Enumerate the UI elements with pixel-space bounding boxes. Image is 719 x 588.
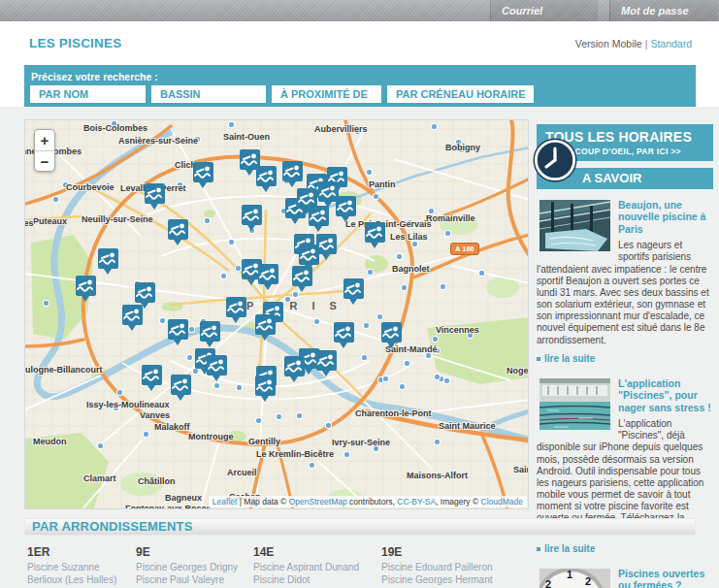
- transit-dot: [377, 314, 382, 319]
- map-place-label: Bois-Colombes: [83, 123, 147, 133]
- map-place-label: Fontenay-aux-Roses: [125, 504, 212, 509]
- transit-dot: [160, 318, 165, 323]
- pool-marker[interactable]: [365, 222, 385, 243]
- search-filter-par-cr-neau-horaire[interactable]: PAR CRÉNEAU HORAIRE: [387, 85, 534, 103]
- map-place-label: Malakoff: [154, 422, 190, 432]
- pool-marker[interactable]: [255, 314, 276, 335]
- pool-marker[interactable]: [200, 321, 220, 342]
- map-place-label: Asnières-sur-Seine: [118, 136, 198, 146]
- version-mobile-label: Version Mobile: [575, 38, 642, 49]
- attribution-link-cloudmade[interactable]: CloudMade: [481, 497, 523, 506]
- transit-dot: [364, 323, 369, 328]
- transit-dot: [444, 378, 449, 383]
- pool-marker[interactable]: [207, 355, 227, 376]
- pool-marker[interactable]: [76, 276, 96, 296]
- pool-marker[interactable]: [258, 264, 278, 284]
- map-attribution: Leaflet | Map data © OpenStreetMap contr…: [209, 496, 527, 507]
- pool-marker[interactable]: [334, 322, 354, 343]
- pool-link-piscine-georges-hermant[interactable]: Piscine Georges Hermant: [381, 574, 537, 587]
- pool-marker[interactable]: [336, 196, 356, 216]
- transit-dot: [187, 355, 192, 360]
- pool-marker[interactable]: [299, 245, 319, 265]
- arrondissement-column-1er: 1ERPiscine Suzanne Berlioux (Les Halles): [27, 545, 136, 588]
- pool-marker[interactable]: [171, 375, 191, 395]
- transit-dot: [435, 440, 440, 444]
- pool-marker[interactable]: [98, 248, 118, 269]
- read-more-link[interactable]: lire la suite: [537, 353, 713, 364]
- pool-marker[interactable]: [316, 350, 337, 371]
- map-place-label: Le Kremlin-Bicêtre: [256, 449, 334, 459]
- pool-marker[interactable]: [343, 278, 364, 299]
- map-place-label: Charenton-le-Pont: [355, 408, 432, 418]
- transit-dot: [189, 327, 194, 332]
- pool-link-piscine-suzanne-berlioux-les-halles[interactable]: Piscine Suzanne Berlioux (Les Halles): [27, 562, 136, 587]
- transit-dot: [205, 218, 210, 223]
- pool-link-piscine-edouard-pailleron[interactable]: Piscine Edouard Pailleron: [381, 562, 537, 574]
- search-filter-par-nom[interactable]: PAR NOM: [30, 85, 146, 103]
- transit-dot: [229, 240, 234, 245]
- pool-link-piscine-aspirant-dunand[interactable]: Piscine Aspirant Dunand: [253, 562, 381, 574]
- pool-marker[interactable]: [284, 356, 305, 376]
- pool-marker[interactable]: [282, 161, 303, 181]
- attribution-link-leaflet[interactable]: Leaflet: [212, 497, 238, 506]
- bullet-icon: [537, 357, 540, 361]
- pool-marker[interactable]: [292, 266, 312, 286]
- pool-marker[interactable]: [193, 162, 213, 182]
- transit-dot: [297, 413, 302, 418]
- pool-marker[interactable]: [168, 219, 188, 240]
- pool-marker[interactable]: [145, 183, 165, 204]
- pool-marker[interactable]: [309, 206, 329, 226]
- transit-dot: [193, 369, 198, 374]
- search-filters: PAR NOMBASSINÀ PROXIMITÉ DEPAR CRÉNEAU H…: [30, 85, 534, 103]
- map-place-label: Bagnolet: [392, 264, 430, 274]
- motorway-badge: A 186: [450, 243, 479, 255]
- map-place-label: Clamart: [83, 474, 116, 483]
- map-place-label: Les Lilas: [390, 232, 428, 242]
- transit-dot: [326, 423, 331, 428]
- map-place-label: Puteaux: [33, 216, 67, 226]
- transit-dot: [344, 452, 349, 457]
- pool-marker[interactable]: [168, 319, 188, 340]
- transit-dot: [441, 284, 445, 289]
- map[interactable]: P A R I S A 186 Bois-ColombesAsnières-su…: [24, 119, 529, 509]
- transit-dot: [236, 266, 241, 271]
- pool-link-piscine-georges-drigny[interactable]: Piscine Georges Drigny: [136, 562, 253, 574]
- email-field[interactable]: [491, 0, 598, 21]
- title-row: LES PISCINES Version Mobile|Standard: [0, 21, 719, 65]
- search-bar: Précisez votre recherche : PAR NOMBASSIN…: [24, 65, 696, 107]
- search-label: Précisez votre recherche :: [31, 71, 158, 82]
- pool-marker[interactable]: [122, 305, 143, 325]
- zoom-in-button[interactable]: +: [35, 130, 54, 150]
- attribution-link-openstreetmap[interactable]: OpenStreetMap: [289, 497, 347, 506]
- version-standard-link[interactable]: Standard: [650, 38, 692, 49]
- pool-marker[interactable]: [256, 166, 277, 186]
- attribution-link-cc-by-sa[interactable]: CC-BY-SA: [397, 497, 436, 506]
- pool-marker[interactable]: [242, 205, 262, 225]
- map-place-label: Romainville: [426, 213, 475, 223]
- map-place-label: Maisons-Alfort: [407, 471, 468, 480]
- map-place-label: Montrouge: [188, 432, 234, 441]
- pool-marker[interactable]: [381, 322, 402, 343]
- pool-marker[interactable]: [226, 297, 246, 317]
- pool-link-piscine-didot[interactable]: Piscine Didot: [253, 574, 381, 587]
- map-place-label: Gentilly: [248, 437, 280, 446]
- article-thumbnail[interactable]: [539, 200, 610, 251]
- pool-marker[interactable]: [255, 376, 276, 396]
- transit-dot: [367, 170, 372, 175]
- article-thumbnail[interactable]: [539, 378, 610, 430]
- pool-marker[interactable]: [135, 282, 155, 303]
- map-place-label: Vincennes: [436, 325, 479, 335]
- map-place-label: Courbevoie: [66, 182, 114, 192]
- pool-marker[interactable]: [316, 234, 337, 254]
- map-place-label: Pantin: [369, 180, 396, 189]
- transit-dot: [412, 242, 417, 246]
- transit-dot: [221, 274, 226, 278]
- zoom-out-button[interactable]: −: [35, 150, 54, 171]
- search-filter-proximit-de[interactable]: À PROXIMITÉ DE: [272, 85, 381, 103]
- arrondissement-heading: 14E: [253, 545, 381, 559]
- pool-link-piscine-paul-valeyre[interactable]: Piscine Paul Valeyre: [136, 574, 253, 587]
- map-place-label: Arcueil: [227, 468, 257, 477]
- pool-marker[interactable]: [142, 365, 162, 385]
- password-field[interactable]: [610, 0, 718, 21]
- search-filter-bassin[interactable]: BASSIN: [151, 85, 266, 103]
